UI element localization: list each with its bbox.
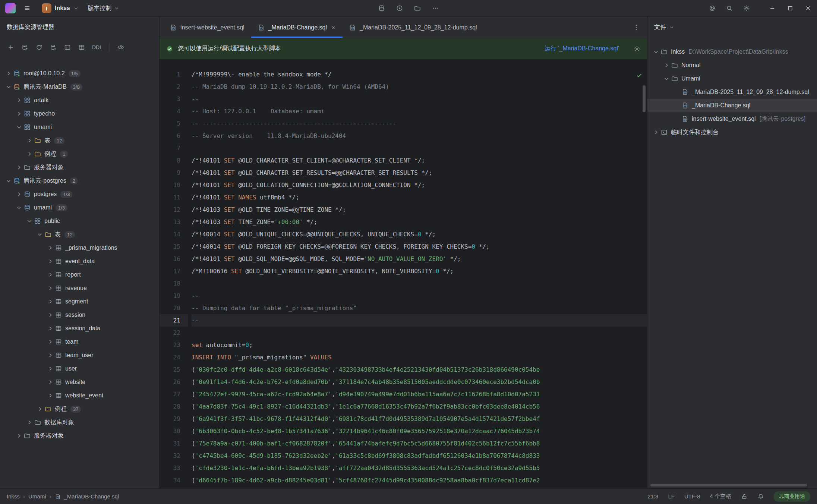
chevron-down-icon[interactable] (4, 80, 13, 94)
view-options-button[interactable] (114, 41, 127, 53)
chevron-right-icon[interactable] (45, 268, 55, 281)
chevron-right-icon[interactable] (14, 161, 24, 174)
chevron-right-icon[interactable] (45, 322, 55, 335)
folder-normal[interactable]: Normal (647, 59, 817, 72)
ds-root-10-0-10-2[interactable]: root@10.0.10.21/5 (0, 67, 159, 80)
table-team[interactable]: team (0, 335, 159, 349)
run-script-link[interactable]: 运行 '_MariaDB-Change.sql' (545, 45, 619, 53)
folder-tables-public[interactable]: 表12 (0, 228, 159, 241)
settings-button[interactable] (739, 2, 754, 15)
chevron-down-icon[interactable] (25, 214, 34, 228)
breadcrumb-item[interactable]: _MariaDB-Change.sql (64, 493, 119, 500)
folder-routines-public[interactable]: 例程37 (0, 402, 159, 416)
main-menu-button[interactable] (20, 2, 34, 15)
maximize-button[interactable] (781, 0, 799, 16)
file-encoding[interactable]: UTF-8 (684, 493, 700, 500)
jump-to-editor-button[interactable] (61, 41, 74, 53)
table-segment[interactable]: segment (0, 295, 159, 308)
chevron-right-icon[interactable] (45, 335, 55, 349)
chevron-right-icon[interactable] (45, 308, 55, 322)
table-session[interactable]: session (0, 308, 159, 322)
inspections-ok-icon[interactable] (636, 72, 643, 79)
ddl-button[interactable]: DDL (89, 41, 105, 53)
project-selector[interactable]: I Inkss (38, 2, 82, 15)
table-website[interactable]: website (0, 375, 159, 389)
table-revenue[interactable]: revenue (0, 281, 159, 295)
chevron-right-icon[interactable] (45, 241, 55, 255)
schema-artalk[interactable]: artalk (0, 94, 159, 107)
folder-server-objects-mariadb[interactable]: 服务器对象 (0, 161, 159, 174)
jump-to-data-button[interactable] (75, 41, 88, 53)
search-everywhere-button[interactable] (722, 2, 736, 15)
db-postgres[interactable]: postgres1/3 (0, 188, 159, 201)
ds-tencent-postgres[interactable]: 腾讯云-postgres2 (0, 174, 159, 188)
tab-insert-website-event[interactable]: insert-website_event.sql (163, 17, 251, 38)
chevron-right-icon[interactable] (14, 94, 24, 107)
tab-mariadb-change[interactable]: _MariaDB-Change.sql (251, 17, 343, 38)
table-report[interactable]: report (0, 268, 159, 281)
chevron-down-icon[interactable] (14, 201, 24, 214)
chevron-right-icon[interactable] (45, 255, 55, 268)
chevron-right-icon[interactable] (14, 188, 24, 201)
chevron-right-icon[interactable] (35, 402, 45, 416)
new-datasource-button[interactable] (4, 41, 17, 53)
vcs-menu[interactable]: 版本控制 (82, 2, 124, 15)
more-actions-button[interactable] (428, 2, 442, 15)
chevron-right-icon[interactable] (45, 389, 55, 402)
run-button[interactable] (392, 2, 407, 15)
chevron-down-icon[interactable] (662, 72, 671, 85)
close-button[interactable] (799, 0, 817, 16)
indent-style[interactable]: 4 个空格 (710, 493, 731, 500)
db-umami[interactable]: umami1/3 (0, 201, 159, 214)
file-mariadb-dump[interactable]: _MariaDB-2025_11_12_09_28_12-dump.sql (647, 85, 817, 99)
lock-open-icon[interactable] (741, 493, 748, 500)
schema-typecho[interactable]: typecho (0, 107, 159, 120)
table-event-data[interactable]: event_data (0, 255, 159, 268)
database-tool-button[interactable] (375, 2, 389, 15)
minimize-button[interactable] (763, 0, 781, 16)
chevron-right-icon[interactable] (45, 375, 55, 389)
banner-settings-icon[interactable] (634, 45, 640, 52)
editor-scrollbar[interactable] (643, 85, 646, 112)
chevron-right-icon[interactable] (4, 67, 13, 80)
folder-routines-mariadb[interactable]: 例程1 (0, 147, 159, 161)
table-user[interactable]: user (0, 362, 159, 375)
files-panel-header[interactable]: 文件 (647, 17, 817, 38)
refresh-button[interactable] (33, 41, 45, 53)
bell-icon[interactable] (757, 493, 764, 500)
chevron-right-icon[interactable] (45, 295, 55, 308)
caret-position[interactable]: 21:3 (647, 493, 658, 500)
schema-umami-mariadb[interactable]: umami (0, 120, 159, 134)
chevron-right-icon[interactable] (25, 416, 34, 429)
download-schema-button[interactable] (47, 41, 60, 53)
code-editor[interactable]: 1234567891011121314151617181920212223242… (160, 59, 647, 488)
tab-close-icon[interactable] (331, 25, 336, 30)
chevron-right-icon[interactable] (651, 126, 661, 139)
table-website-event[interactable]: website_event (0, 389, 159, 402)
table-prisma-migrations[interactable]: _prisma_migrations (0, 241, 159, 255)
horizontal-scrollbar[interactable] (650, 484, 807, 486)
scratches-and-consoles[interactable]: 临时文件和控制台 (647, 126, 817, 139)
chevron-down-icon[interactable] (35, 228, 45, 241)
chevron-down-icon[interactable] (651, 45, 661, 59)
folder-db-objects[interactable]: 数据库对象 (0, 416, 159, 429)
ds-tencent-mariadb[interactable]: 腾讯云-MariaDB3/8 (0, 80, 159, 94)
chevron-right-icon[interactable] (14, 107, 24, 120)
folder-server-objects-postgres[interactable]: 服务器对象 (0, 429, 159, 442)
chevron-right-icon[interactable] (45, 281, 55, 295)
folder-tables-mariadb[interactable]: 表12 (0, 134, 159, 147)
table-session-data[interactable]: session_data (0, 322, 159, 335)
tab-options-button[interactable] (625, 17, 647, 38)
schema-public[interactable]: public (0, 214, 159, 228)
tab-mariadb-dump[interactable]: _MariaDB-2025_11_12_09_28_12-dump.sql (343, 17, 484, 38)
datasource-properties-button[interactable] (19, 41, 31, 53)
code-with-me-button[interactable] (705, 2, 719, 15)
chevron-down-icon[interactable] (4, 174, 13, 188)
license-badge[interactable]: 非商业用途 (774, 491, 810, 502)
table-team-user[interactable]: team_user (0, 349, 159, 362)
folder-umami[interactable]: Umami (647, 72, 817, 85)
open-files-button[interactable] (410, 2, 425, 15)
breadcrumb-item[interactable]: Umami (28, 493, 46, 500)
breadcrumb-item[interactable]: Inkss (7, 493, 20, 500)
file-mariadb-change[interactable]: _MariaDB-Change.sql (647, 99, 817, 112)
